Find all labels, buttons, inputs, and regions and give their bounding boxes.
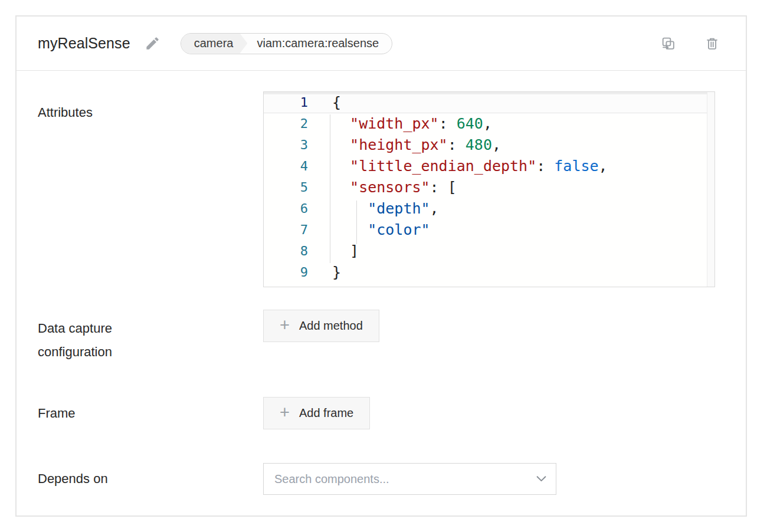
plus-icon: + (280, 317, 290, 334)
attributes-section: Attributes 1{2 "width_px": 640,3 "height… (38, 91, 714, 287)
component-category: camera (181, 34, 248, 54)
plus-icon: + (280, 404, 290, 421)
line-number: 8 (264, 241, 308, 262)
editor-line[interactable]: 5 "sensors": [ (264, 177, 714, 198)
code-text: ] (308, 241, 359, 262)
code-text: "little_endian_depth": false, (308, 156, 608, 177)
line-number: 2 (264, 113, 308, 134)
data-capture-label: Data capture configuration (38, 310, 173, 364)
line-number: 6 (264, 198, 308, 219)
frame-section: Frame + Add frame (38, 397, 714, 429)
editor-line[interactable]: 9} (264, 262, 714, 283)
editor-line[interactable]: 8 ] (264, 241, 714, 262)
editor-line[interactable]: 1{ (264, 92, 714, 113)
card-body: Attributes 1{2 "width_px": 640,3 "height… (17, 71, 746, 518)
attributes-json-editor[interactable]: 1{2 "width_px": 640,3 "height_px": 480,4… (263, 91, 715, 287)
attributes-label: Attributes (38, 91, 263, 287)
duplicate-icon (660, 35, 676, 51)
editor-line[interactable]: 7 "color" (264, 219, 714, 241)
indent-guide (330, 114, 330, 263)
add-frame-label: Add frame (299, 406, 353, 420)
depends-on-label: Depends on (38, 467, 263, 491)
add-method-label: Add method (299, 319, 363, 333)
component-config-card: myRealSense camera viam:camera:realsense (15, 15, 747, 517)
editor-line[interactable]: 4 "little_endian_depth": false, (264, 156, 714, 177)
pencil-icon (145, 35, 160, 51)
line-number: 1 (264, 92, 308, 113)
code-text: "color" (308, 219, 430, 241)
line-number: 7 (264, 219, 308, 241)
editor-line[interactable]: 2 "width_px": 640, (264, 113, 714, 134)
code-text: { (308, 92, 341, 113)
line-number: 9 (264, 262, 308, 283)
code-text: "depth", (308, 198, 439, 219)
code-text: } (308, 262, 341, 283)
delete-button[interactable] (704, 36, 720, 51)
editor-line[interactable]: 6 "depth", (264, 198, 714, 219)
search-components-input[interactable] (263, 463, 556, 495)
component-type-chip: camera viam:camera:realsense (181, 33, 392, 54)
data-capture-section: Data capture configuration + Add method (38, 310, 714, 364)
frame-label: Frame (38, 402, 263, 425)
card-header: myRealSense camera viam:camera:realsense (17, 17, 746, 71)
component-name: myRealSense (38, 35, 130, 52)
add-frame-button[interactable]: + Add frame (263, 397, 370, 429)
line-number: 4 (264, 156, 308, 177)
depends-on-section: Depends on (38, 463, 714, 495)
editor-lines: 1{2 "width_px": 640,3 "height_px": 480,4… (264, 92, 714, 283)
line-number: 3 (264, 134, 308, 156)
add-method-button[interactable]: + Add method (263, 310, 379, 342)
trash-icon (704, 36, 720, 51)
component-model: viam:camera:realsense (247, 34, 392, 54)
editor-scrollbar[interactable] (707, 92, 714, 287)
code-text: "height_px": 480, (308, 134, 501, 156)
rename-button[interactable] (145, 35, 160, 51)
line-number: 5 (264, 177, 308, 198)
header-actions (660, 35, 720, 51)
code-text: "width_px": 640, (308, 113, 492, 134)
duplicate-button[interactable] (660, 35, 676, 51)
depends-on-select[interactable] (263, 463, 556, 495)
editor-line[interactable]: 3 "height_px": 480, (264, 134, 714, 156)
indent-guide (356, 201, 357, 244)
